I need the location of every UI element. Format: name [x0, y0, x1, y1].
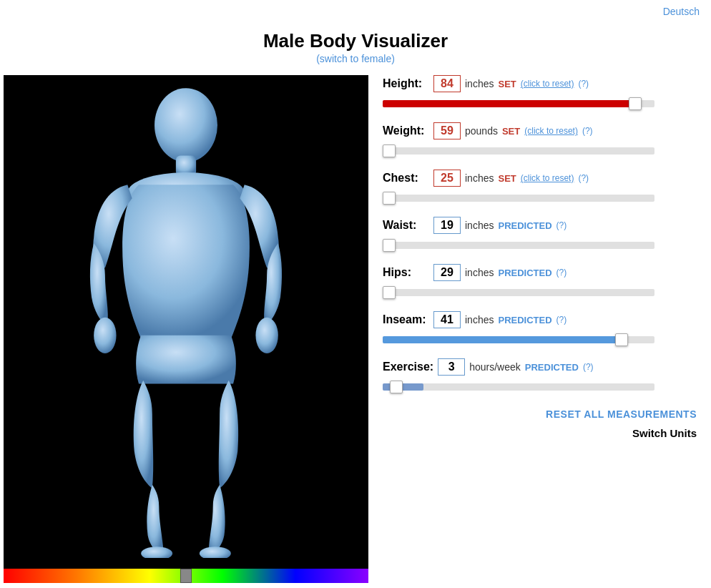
- hips-status: PREDICTED: [498, 268, 551, 278]
- waist-slider-thumb[interactable]: [383, 239, 396, 252]
- exercise-row: Exercise: 3 hours/week PREDICTED (?): [383, 358, 697, 394]
- page-header: Male Body Visualizer (switch to female): [0, 23, 711, 68]
- svg-point-5: [141, 547, 172, 558]
- exercise-slider-container[interactable]: [383, 380, 697, 394]
- exercise-label: Exercise:: [383, 361, 433, 373]
- switch-gender-link[interactable]: (switch to female): [316, 53, 395, 64]
- waist-label-row: Waist: 19 inches PREDICTED (?): [383, 217, 697, 234]
- weight-slider-track[interactable]: [383, 147, 654, 155]
- weight-reset[interactable]: (click to reset): [524, 126, 578, 136]
- weight-status: SET: [502, 126, 520, 137]
- inseam-label: Inseam:: [383, 313, 429, 326]
- bottom-buttons: RESET ALL MEASUREMENTS Switch Units: [383, 408, 697, 439]
- color-bar[interactable]: [4, 569, 368, 583]
- switch-units-button[interactable]: Switch Units: [632, 427, 697, 439]
- chest-unit: inches: [465, 172, 494, 184]
- chest-slider-container[interactable]: [383, 191, 697, 205]
- chest-label-row: Chest: 25 inches SET (click to reset) (?…: [383, 170, 697, 187]
- waist-status: PREDICTED: [498, 220, 551, 231]
- color-bar-thumb[interactable]: [180, 569, 192, 583]
- hips-slider-track[interactable]: [383, 289, 654, 296]
- reset-all-button[interactable]: RESET ALL MEASUREMENTS: [546, 408, 697, 420]
- weight-slider-thumb[interactable]: [383, 144, 396, 157]
- exercise-slider-fill: [383, 383, 423, 391]
- weight-help[interactable]: (?): [582, 126, 593, 136]
- waist-row: Waist: 19 inches PREDICTED (?): [383, 217, 697, 253]
- height-label-row: Height: 84 inches SET (click to reset) (…: [383, 75, 697, 92]
- body-figure-svg: [64, 86, 308, 558]
- body-panel: [4, 75, 368, 583]
- hips-help[interactable]: (?): [556, 268, 567, 278]
- inseam-slider-fill: [383, 336, 622, 343]
- weight-label-row: Weight: 59 pounds SET (click to reset) (…: [383, 122, 697, 139]
- height-slider-thumb[interactable]: [629, 97, 642, 110]
- inseam-slider-container[interactable]: [383, 333, 697, 347]
- chest-slider-track[interactable]: [383, 195, 654, 202]
- height-help[interactable]: (?): [578, 79, 589, 89]
- body-figure: [4, 75, 368, 569]
- hips-label: Hips:: [383, 266, 429, 279]
- chest-status: SET: [498, 173, 516, 184]
- height-reset[interactable]: (click to reset): [521, 79, 574, 89]
- height-slider-fill: [383, 100, 635, 107]
- exercise-value[interactable]: 3: [438, 358, 465, 376]
- height-value[interactable]: 84: [433, 75, 461, 92]
- hips-row: Hips: 29 inches PREDICTED (?): [383, 264, 697, 300]
- inseam-value[interactable]: 41: [433, 311, 461, 328]
- chest-slider-thumb[interactable]: [383, 192, 396, 205]
- exercise-slider-track[interactable]: [383, 383, 654, 391]
- inseam-row: Inseam: 41 inches PREDICTED (?): [383, 311, 697, 347]
- svg-point-0: [155, 88, 217, 162]
- main-content: Height: 84 inches SET (click to reset) (…: [0, 68, 711, 588]
- weight-unit: pounds: [465, 125, 498, 137]
- height-slider-track[interactable]: [383, 100, 654, 107]
- svg-point-6: [200, 547, 231, 558]
- chest-help[interactable]: (?): [578, 173, 589, 183]
- height-unit: inches: [465, 78, 494, 89]
- exercise-unit: hours/week: [469, 361, 521, 373]
- controls-panel: Height: 84 inches SET (click to reset) (…: [368, 75, 704, 583]
- weight-slider-container[interactable]: [383, 144, 697, 158]
- svg-point-4: [255, 318, 278, 353]
- inseam-slider-thumb[interactable]: [615, 333, 628, 346]
- inseam-unit: inches: [465, 314, 494, 325]
- page-title: Male Body Visualizer: [0, 30, 711, 52]
- chest-label: Chest:: [383, 172, 429, 185]
- weight-row: Weight: 59 pounds SET (click to reset) (…: [383, 122, 697, 158]
- hips-unit: inches: [465, 267, 494, 278]
- hips-value[interactable]: 29: [433, 264, 461, 281]
- chest-value[interactable]: 25: [433, 170, 461, 187]
- waist-label: Waist:: [383, 219, 429, 232]
- waist-help[interactable]: (?): [556, 220, 567, 230]
- inseam-status: PREDICTED: [498, 315, 551, 325]
- height-status: SET: [498, 79, 516, 89]
- top-bar: Deutsch: [0, 0, 711, 23]
- hips-slider-thumb[interactable]: [383, 286, 396, 299]
- inseam-label-row: Inseam: 41 inches PREDICTED (?): [383, 311, 697, 328]
- waist-value[interactable]: 19: [433, 217, 461, 234]
- chest-reset[interactable]: (click to reset): [521, 173, 574, 183]
- weight-label: Weight:: [383, 124, 429, 137]
- chest-row: Chest: 25 inches SET (click to reset) (?…: [383, 170, 697, 205]
- exercise-slider-thumb[interactable]: [390, 381, 403, 393]
- height-row: Height: 84 inches SET (click to reset) (…: [383, 75, 697, 111]
- waist-slider-container[interactable]: [383, 238, 697, 253]
- weight-value[interactable]: 59: [433, 122, 461, 139]
- height-slider-container[interactable]: [383, 97, 697, 111]
- exercise-help[interactable]: (?): [583, 362, 594, 372]
- hips-slider-container[interactable]: [383, 285, 697, 300]
- exercise-label-row: Exercise: 3 hours/week PREDICTED (?): [383, 358, 697, 376]
- inseam-slider-track[interactable]: [383, 336, 654, 343]
- language-link[interactable]: Deutsch: [663, 6, 700, 17]
- waist-unit: inches: [465, 220, 494, 231]
- hips-label-row: Hips: 29 inches PREDICTED (?): [383, 264, 697, 281]
- svg-point-3: [94, 318, 116, 353]
- waist-slider-track[interactable]: [383, 242, 654, 249]
- inseam-help[interactable]: (?): [556, 315, 567, 325]
- height-label: Height:: [383, 77, 429, 90]
- exercise-status: PREDICTED: [525, 362, 579, 373]
